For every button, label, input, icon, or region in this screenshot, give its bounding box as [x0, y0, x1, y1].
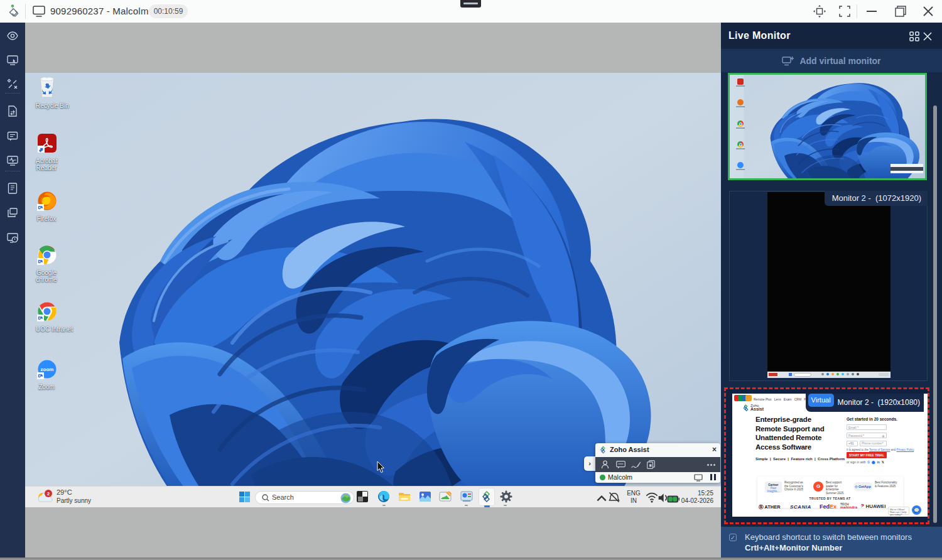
svg-text:zoom: zoom — [40, 367, 53, 372]
svg-text:2: 2 — [47, 491, 50, 497]
